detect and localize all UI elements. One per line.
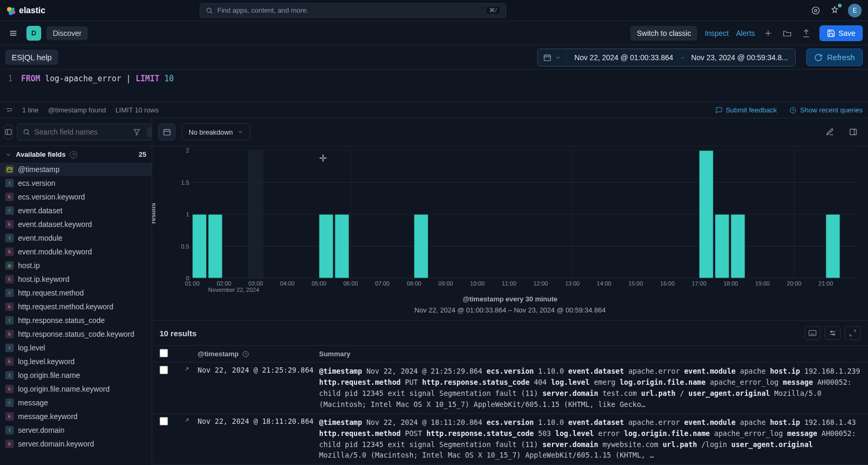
- panel-icon: [849, 128, 857, 136]
- field-list[interactable]: @timestamptecs.versionkecs.version.keywo…: [0, 163, 152, 465]
- svg-text:15:00: 15:00: [629, 280, 643, 287]
- expand-row-button[interactable]: [179, 417, 192, 425]
- field-item[interactable]: tecs.version: [0, 176, 152, 190]
- field-item[interactable]: thttp.request.method: [0, 286, 152, 300]
- inspect-link[interactable]: Inspect: [705, 29, 729, 37]
- chart-range-caption: Nov 22, 2024 @ 01:00:33.864 – Nov 23, 20…: [161, 306, 860, 314]
- submit-feedback-link[interactable]: Submit feedback: [715, 106, 777, 114]
- refresh-button[interactable]: Refresh: [806, 49, 863, 66]
- field-name: event.module.keyword: [18, 248, 92, 256]
- field-item[interactable]: kevent.dataset.keyword: [0, 217, 152, 231]
- keyboard-shortcuts-button[interactable]: [805, 326, 820, 340]
- field-type-icon: k: [5, 440, 14, 448]
- space-badge[interactable]: D: [26, 26, 41, 41]
- field-item[interactable]: tevent.module: [0, 231, 152, 245]
- calendar-icon: [163, 128, 171, 136]
- field-name: server.domain: [18, 426, 64, 434]
- field-item[interactable]: tmessage: [0, 396, 152, 410]
- svg-line-5: [211, 12, 212, 13]
- brand-logo[interactable]: elastic: [6, 6, 45, 15]
- wrap-icon[interactable]: [5, 107, 13, 114]
- field-item[interactable]: iphost.ip: [0, 259, 152, 272]
- new-icon[interactable]: [762, 27, 774, 39]
- time-range-picker[interactable]: Nov 22, 2024 @ 01:00:33.864 → Nov 23, 20…: [537, 49, 796, 67]
- svg-rect-18: [6, 129, 12, 134]
- editor-line-number: 1: [5, 74, 13, 98]
- svg-point-1: [11, 7, 15, 11]
- field-item[interactable]: @timestamp: [0, 163, 152, 176]
- field-item[interactable]: klog.origin.file.name.keyword: [0, 382, 152, 396]
- field-search-input[interactable]: [34, 128, 127, 136]
- field-item[interactable]: khttp.request.method.keyword: [0, 300, 152, 314]
- field-item[interactable]: kevent.module.keyword: [0, 245, 152, 259]
- field-item[interactable]: tlog.origin.file.name: [0, 368, 152, 382]
- breakdown-select[interactable]: No breakdown: [182, 124, 250, 140]
- column-summary[interactable]: Summary: [319, 350, 861, 358]
- display-options-button[interactable]: [825, 326, 841, 340]
- histogram-chart[interactable]: results 00.511.5201:0002:0003:0004:0005:…: [152, 146, 868, 320]
- column-timestamp[interactable]: @timestamp: [198, 350, 314, 358]
- field-item[interactable]: khttp.response.status_code.keyword: [0, 327, 152, 341]
- calendar-icon[interactable]: [538, 49, 567, 66]
- switch-classic-button[interactable]: Switch to classic: [630, 26, 697, 41]
- fullscreen-button[interactable]: [845, 326, 861, 340]
- time-from: Nov 22, 2024 @ 01:00:33.864: [574, 53, 673, 62]
- svg-text:November 22, 2024: November 22, 2024: [208, 287, 259, 293]
- esql-help-button[interactable]: ES|QL help: [5, 50, 58, 65]
- svg-point-3: [12, 11, 15, 14]
- edit-visualization-button[interactable]: [822, 124, 838, 140]
- row-checkbox[interactable]: [160, 366, 168, 374]
- global-search[interactable]: Find apps, content, and more. ⌘/: [200, 3, 506, 18]
- svg-text:1.5: 1.5: [181, 179, 189, 186]
- svg-text:1: 1: [186, 211, 189, 217]
- field-item[interactable]: thttp.response.status_code: [0, 314, 152, 327]
- row-checkbox[interactable]: [160, 417, 168, 425]
- field-type-icon: k: [5, 357, 14, 366]
- breadcrumb-discover[interactable]: Discover: [46, 26, 88, 40]
- expand-row-button[interactable]: [179, 366, 192, 374]
- toggle-histogram-button[interactable]: [158, 124, 175, 140]
- field-item[interactable]: klog.level.keyword: [0, 355, 152, 368]
- field-item[interactable]: khost.ip.keyword: [0, 272, 152, 286]
- field-type-icon: k: [5, 193, 14, 201]
- open-icon[interactable]: [781, 27, 793, 39]
- collapse-sidebar-button[interactable]: [4, 125, 13, 139]
- fields-help-icon[interactable]: ?: [70, 151, 77, 158]
- help-icon[interactable]: [810, 5, 822, 16]
- svg-rect-69: [414, 214, 428, 278]
- global-search-placeholder: Find apps, content, and more.: [217, 6, 309, 14]
- table-row[interactable]: Nov 22, 2024 @ 18:11:20.864@timestamp No…: [152, 414, 868, 465]
- esql-editor[interactable]: 1 FROM log-apache_error | LIMIT 10: [0, 70, 868, 102]
- share-icon[interactable]: [800, 27, 812, 39]
- user-avatar[interactable]: E: [848, 4, 862, 17]
- editor-code[interactable]: FROM log-apache_error | LIMIT 10: [21, 74, 174, 98]
- select-all-checkbox[interactable]: [160, 349, 168, 357]
- expand-icon: [182, 367, 189, 374]
- field-filter-button[interactable]: [131, 128, 143, 136]
- field-item[interactable]: tevent.dataset: [0, 204, 152, 217]
- time-arrow-icon: →: [678, 53, 686, 62]
- field-item[interactable]: kserver.domain.keyword: [0, 437, 152, 451]
- nav-menu-button[interactable]: [5, 25, 21, 41]
- available-fields-header[interactable]: Available fields ? 25: [0, 146, 152, 163]
- field-item[interactable]: kecs.version.keyword: [0, 190, 152, 204]
- field-type-icon: [5, 165, 14, 174]
- field-item[interactable]: kmessage.keyword: [0, 410, 152, 423]
- field-item[interactable]: tserver.domain: [0, 423, 152, 437]
- svg-rect-71: [715, 214, 729, 278]
- field-item[interactable]: tlog.level: [0, 341, 152, 355]
- row-timestamp: Nov 22, 2024 @ 18:11:20.864: [198, 417, 314, 425]
- newsfeed-icon[interactable]: [829, 5, 841, 16]
- field-name: event.module: [18, 234, 62, 242]
- show-recent-queries-link[interactable]: Show recent queries: [789, 106, 863, 114]
- field-type-icon: t: [5, 398, 14, 407]
- field-search[interactable]: 0: [17, 124, 152, 140]
- alerts-link[interactable]: Alerts: [736, 29, 755, 37]
- svg-text:01:00: 01:00: [185, 280, 200, 287]
- svg-rect-70: [699, 150, 713, 278]
- table-row[interactable]: Nov 22, 2024 @ 21:25:29.864@timestamp No…: [152, 363, 868, 414]
- save-button[interactable]: Save: [819, 25, 863, 41]
- svg-text:19:00: 19:00: [755, 280, 770, 287]
- field-name: message: [18, 398, 48, 407]
- chart-options-button[interactable]: [845, 124, 862, 140]
